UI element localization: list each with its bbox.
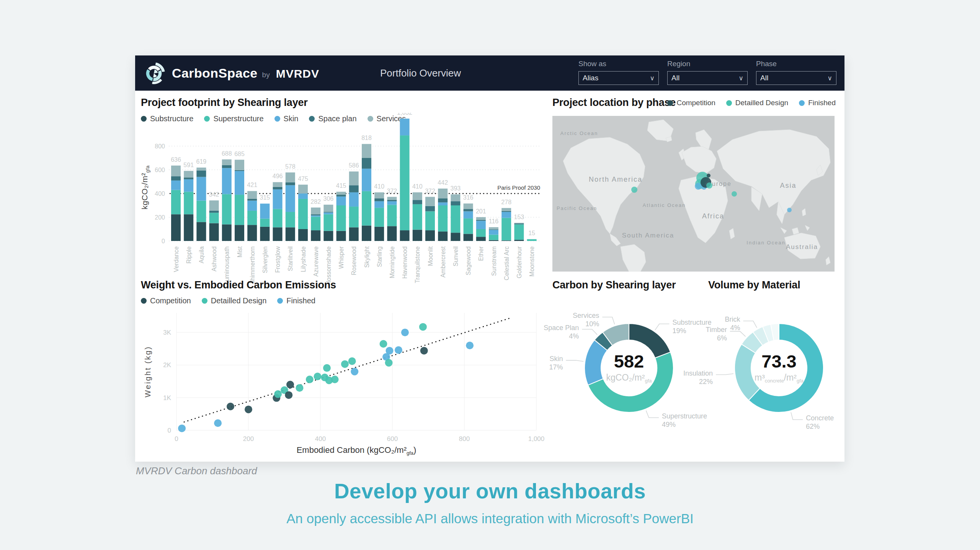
bar-segment-skin[interactable] (438, 202, 448, 205)
bar-segment-substructure[interactable] (273, 227, 283, 241)
bar-segment-substructure[interactable] (196, 222, 206, 241)
bar-segment-services[interactable] (413, 192, 422, 200)
bar-segment-substructure[interactable] (425, 230, 435, 241)
bar-segment-space-plan[interactable] (196, 171, 206, 177)
scatter-point[interactable] (314, 373, 321, 380)
bar-segment-skin[interactable] (298, 194, 308, 199)
bar-segment-substructure[interactable] (374, 227, 384, 241)
bar-segment-superstructure[interactable] (235, 195, 244, 225)
bar-segment-skin[interactable] (323, 213, 333, 215)
bar-segment-substructure[interactable] (311, 230, 320, 241)
bar-segment-skin[interactable] (171, 181, 181, 190)
scatter-point[interactable] (323, 364, 331, 372)
bar-segment-superstructure[interactable] (489, 235, 498, 240)
bar-segment-skin[interactable] (501, 212, 511, 218)
bar-segment-space-plan[interactable] (464, 209, 473, 211)
bar-segment-superstructure[interactable] (400, 135, 410, 230)
bar-segment-services[interactable] (451, 194, 460, 201)
bar-segment-superstructure[interactable] (451, 205, 460, 233)
bar-segment-skin[interactable] (260, 203, 270, 218)
bar-segment-services[interactable] (235, 160, 244, 170)
bar-segment-services[interactable] (247, 191, 257, 199)
scatter-point[interactable] (466, 342, 474, 349)
bar-segment-superstructure[interactable] (464, 218, 473, 234)
bar-segment-skin[interactable] (374, 201, 384, 208)
bar-segment-substructure[interactable] (235, 225, 244, 241)
bar-segment-superstructure[interactable] (438, 205, 448, 231)
region-dropdown[interactable]: All ∨ (667, 71, 748, 85)
bar-segment-services[interactable] (209, 200, 219, 211)
bar-segment-space-plan[interactable] (362, 158, 371, 169)
legend-item-finished[interactable]: Finished (799, 99, 836, 107)
scatter-point[interactable] (178, 425, 186, 432)
bar-segment-services[interactable] (501, 208, 511, 211)
bar-segment-space-plan[interactable] (438, 198, 448, 202)
bar-segment-services[interactable] (476, 217, 486, 220)
bar-segment-skin[interactable] (222, 168, 232, 194)
map-project-dot[interactable] (631, 187, 637, 193)
bar-segment-space-plan[interactable] (349, 185, 359, 192)
donut-slice-substructure[interactable] (629, 324, 670, 358)
scatter-point[interactable] (395, 346, 402, 354)
map-project-dot[interactable] (787, 208, 792, 212)
bar-segment-space-plan[interactable] (323, 212, 333, 213)
bar-segment-skin[interactable] (235, 171, 244, 195)
scatter-point[interactable] (274, 390, 282, 398)
bar-segment-substructure[interactable] (438, 231, 448, 241)
bar-segment-superstructure[interactable] (286, 212, 295, 227)
scatter-point[interactable] (285, 391, 292, 399)
bar-segment-superstructure[interactable] (273, 209, 283, 227)
bar-segment-space-plan[interactable] (286, 182, 295, 186)
legend-item-detailled-design[interactable]: Detailled Design (726, 99, 788, 107)
scatter-point[interactable] (331, 376, 339, 383)
bar-segment-substructure[interactable] (336, 231, 346, 241)
bar-segment-skin[interactable] (387, 201, 397, 205)
scatter-point[interactable] (286, 381, 294, 389)
scatter-point[interactable] (380, 340, 387, 348)
bar-segment-space-plan[interactable] (413, 200, 422, 204)
bar-segment-superstructure[interactable] (323, 214, 333, 231)
bar-segment-skin[interactable] (489, 230, 498, 234)
bar-segment-space-plan[interactable] (387, 200, 397, 201)
bar-segment-services[interactable] (425, 197, 435, 206)
bar-segment-superstructure[interactable] (362, 191, 371, 226)
bar-segment-services[interactable] (362, 144, 371, 158)
map-project-dot[interactable] (707, 174, 710, 177)
bar-segment-skin[interactable] (247, 201, 257, 211)
bar-segment-skin[interactable] (311, 215, 320, 216)
bar-segment-services[interactable] (489, 227, 498, 229)
bar-segment-services[interactable] (336, 192, 346, 195)
bar-segment-space-plan[interactable] (501, 211, 511, 212)
bar-segment-substructure[interactable] (476, 237, 486, 241)
map-project-dot[interactable] (732, 191, 737, 197)
bar-segment-superstructure[interactable] (298, 199, 308, 229)
bar-segment-skin[interactable] (464, 212, 473, 219)
scatter-point[interactable] (401, 329, 409, 336)
bar-segment-space-plan[interactable] (336, 195, 346, 197)
bar-segment-superstructure[interactable] (374, 208, 384, 227)
bar-segment-services[interactable] (273, 182, 283, 187)
bar-segment-substructure[interactable] (286, 227, 295, 241)
scatter-point[interactable] (341, 360, 349, 368)
bar-segment-space-plan[interactable] (514, 223, 524, 224)
bar-segment-substructure[interactable] (451, 233, 460, 241)
bar-segment-superstructure[interactable] (196, 201, 206, 222)
bar-segment-skin[interactable] (476, 221, 486, 229)
bar-segment-space-plan[interactable] (184, 177, 193, 179)
bar-segment-skin[interactable] (400, 119, 410, 135)
bar-segment-superstructure[interactable] (209, 213, 219, 223)
scatter-point[interactable] (351, 368, 358, 376)
bar-segment-skin[interactable] (196, 177, 206, 201)
bar-segment-services[interactable] (514, 223, 524, 224)
bar-segment-substructure[interactable] (171, 214, 181, 241)
scatter-point[interactable] (227, 403, 234, 410)
scatter-point[interactable] (348, 357, 356, 365)
bar-segment-substructure[interactable] (400, 230, 410, 241)
bar-segment-superstructure[interactable] (425, 212, 435, 231)
bar-segment-substructure[interactable] (349, 227, 359, 241)
scatter-point[interactable] (385, 347, 393, 355)
bar-segment-services[interactable] (374, 192, 384, 199)
bar-segment-superstructure[interactable] (527, 239, 537, 241)
bar-segment-skin[interactable] (362, 169, 371, 191)
bar-segment-substructure[interactable] (413, 230, 422, 241)
